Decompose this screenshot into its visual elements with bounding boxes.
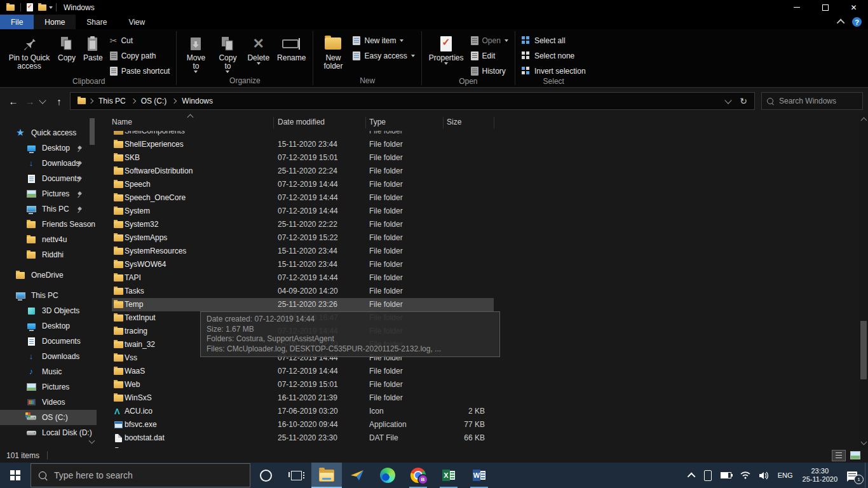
copy-path-button[interactable]: Copy path — [107, 50, 173, 62]
pin-to-quick-access-button[interactable]: Pin to Quick access — [5, 32, 53, 71]
sidebar-section-this-pc[interactable]: This PC — [0, 288, 97, 303]
tab-view[interactable]: View — [118, 15, 156, 29]
edit-button[interactable]: Edit — [468, 50, 511, 62]
copy-to-button[interactable]: Copy to — [212, 32, 243, 74]
sidebar-item-friends-season-3[interactable]: Friends Season 3 — [0, 217, 97, 232]
copy-button[interactable]: Copy — [55, 32, 79, 63]
table-row[interactable]: SystemResources15-11-2020 23:44File fold… — [112, 245, 494, 258]
address-breadcrumb-bar[interactable]: This PC OS (C:) Windows ↻ — [70, 92, 755, 110]
column-header-name[interactable]: Name — [112, 118, 132, 126]
delete-button[interactable]: ✕ Delete — [244, 32, 273, 65]
paste-shortcut-button[interactable]: Paste shortcut — [107, 65, 173, 77]
explorer-search-input[interactable] — [778, 96, 857, 106]
paper-plane-app-button[interactable] — [342, 463, 372, 488]
table-row[interactable]: ΛACU.ico17-06-2019 03:20Icon2 KB — [112, 405, 494, 418]
file-explorer-taskbar-button[interactable] — [311, 463, 342, 488]
column-divider[interactable] — [365, 117, 366, 128]
table-row[interactable]: SKB07-12-2019 15:01File folder — [112, 151, 494, 165]
paste-button[interactable]: Paste — [80, 32, 106, 63]
column-divider[interactable] — [494, 117, 494, 128]
sidebar-item-desktop[interactable]: Desktop — [0, 140, 97, 156]
breadcrumb-this-pc[interactable]: This PC — [93, 97, 131, 105]
clock[interactable]: 23:30 25-11-2020 — [797, 467, 843, 484]
sidebar-section-quick-access[interactable]: ★Quick access — [0, 125, 97, 140]
forward-icon[interactable]: → — [22, 96, 38, 107]
chrome-taskbar-button[interactable]: B — [403, 463, 433, 488]
sidebar-item-documents[interactable]: Documents — [0, 334, 97, 349]
excel-taskbar-button[interactable]: X — [433, 463, 464, 488]
easy-access-button[interactable]: Easy access — [350, 50, 417, 62]
table-row[interactable]: Web07-12-2019 15:01File folder — [112, 378, 494, 391]
table-row[interactable]: bfsvc.exe16-10-2020 09:44Application77 K… — [112, 418, 494, 431]
table-row[interactable]: Tasks04-09-2020 14:20File folder — [112, 285, 494, 298]
explorer-search-box[interactable] — [761, 92, 863, 110]
language-indicator[interactable]: ENG — [773, 463, 797, 488]
new-folder-button[interactable]: New folder — [317, 32, 349, 71]
quick-access-new-folder-icon[interactable] — [38, 4, 46, 11]
wifi-tray-icon[interactable] — [736, 463, 755, 488]
sidebar-item-nettv4u[interactable]: nettv4u — [0, 232, 97, 247]
sidebar-item-pictures[interactable]: Pictures — [0, 379, 97, 395]
restore-button[interactable] — [811, 0, 839, 15]
address-dropdown-icon[interactable] — [725, 97, 732, 104]
action-center-button[interactable]: 1 — [843, 463, 865, 488]
breadcrumb-windows[interactable]: Windows — [177, 97, 218, 105]
column-header-type[interactable]: Type — [369, 118, 386, 126]
scrollbar-thumb[interactable] — [860, 321, 867, 379]
table-row[interactable]: bootstat.dat25-11-2020 23:30DAT File66 K… — [112, 431, 494, 445]
history-button[interactable]: History — [468, 65, 511, 77]
cut-button[interactable]: ✂ Cut — [107, 34, 173, 46]
new-item-button[interactable]: New item — [350, 34, 417, 46]
table-row[interactable]: WaaS07-12-2019 14:44File folder — [112, 365, 494, 378]
sidebar-item-documents[interactable]: Documents — [0, 171, 97, 186]
minimize-button[interactable] — [782, 0, 811, 15]
sidebar-item-3d-objects[interactable]: 3D Objects — [0, 303, 97, 318]
sidebar-item-videos[interactable]: Videos — [0, 395, 97, 410]
thumbnails-view-button[interactable] — [849, 451, 862, 461]
your-phone-tray-icon[interactable] — [700, 463, 716, 488]
sidebar-section-onedrive[interactable]: OneDrive — [0, 268, 97, 283]
taskbar-search-input[interactable] — [53, 470, 242, 481]
table-row[interactable]: System07-12-2019 14:44File folder — [112, 205, 494, 218]
file-list-scrollbar[interactable] — [859, 114, 868, 448]
open-button[interactable]: Open — [468, 34, 511, 46]
collapse-ribbon-icon[interactable] — [837, 19, 845, 27]
tab-file[interactable]: File — [0, 15, 34, 29]
battery-tray-icon[interactable] — [716, 463, 736, 488]
scroll-down-icon[interactable] — [861, 439, 867, 445]
rename-button[interactable]: Rename — [274, 32, 309, 63]
sidebar-item-downloads[interactable]: ↓Downloads — [0, 156, 97, 171]
start-button[interactable] — [0, 463, 31, 488]
table-row[interactable]: Temp25-11-2020 23:26File folder — [112, 298, 494, 311]
show-hidden-icons-button[interactable] — [685, 463, 700, 488]
column-divider[interactable] — [273, 117, 274, 128]
sidebar-item-downloads[interactable]: ↓Downloads — [0, 349, 97, 364]
details-view-button[interactable] — [832, 451, 845, 461]
table-row[interactable]: SysWOW6415-11-2020 23:44File folder — [112, 258, 494, 271]
back-icon[interactable]: ← — [5, 96, 22, 107]
sidebar-item-local-disk-d[interactable]: Local Disk (D:) — [0, 425, 97, 440]
sidebar-item-os-c[interactable]: OS (C:) — [0, 410, 97, 425]
word-taskbar-button[interactable]: W — [464, 463, 494, 488]
cortana-button[interactable] — [250, 463, 281, 488]
breadcrumb-os-c[interactable]: OS (C:) — [136, 97, 172, 105]
table-row[interactable]: SystemApps07-12-2019 15:22File folder — [112, 231, 494, 245]
column-header-date-modified[interactable]: Date modified — [278, 118, 325, 126]
table-row[interactable]: Speech07-12-2019 14:44File folder — [112, 178, 494, 191]
sidebar-item-this-pc[interactable]: This PC — [0, 201, 97, 217]
quick-access-properties-icon[interactable] — [27, 3, 33, 11]
column-header-size[interactable]: Size — [447, 118, 461, 126]
select-all-button[interactable]: Select all — [519, 34, 588, 46]
sidebar-scrollbar-thumb[interactable] — [90, 118, 95, 145]
sidebar-item-riddhi[interactable]: Riddhi — [0, 247, 97, 262]
up-icon[interactable]: ↑ — [51, 96, 67, 107]
select-none-button[interactable]: Select none — [519, 50, 588, 62]
show-desktop-button[interactable] — [865, 463, 868, 488]
table-row[interactable]: WinSxS16-11-2020 21:39File folder — [112, 391, 494, 405]
volume-tray-icon[interactable] — [755, 463, 773, 488]
table-row[interactable]: Speech_OneCore07-12-2019 14:44File folde… — [112, 191, 494, 205]
taskbar-search-box[interactable] — [31, 463, 250, 487]
column-divider[interactable] — [443, 117, 444, 128]
sidebar-item-music[interactable]: ♪Music — [0, 364, 97, 379]
move-to-button[interactable]: Move to — [180, 32, 211, 74]
